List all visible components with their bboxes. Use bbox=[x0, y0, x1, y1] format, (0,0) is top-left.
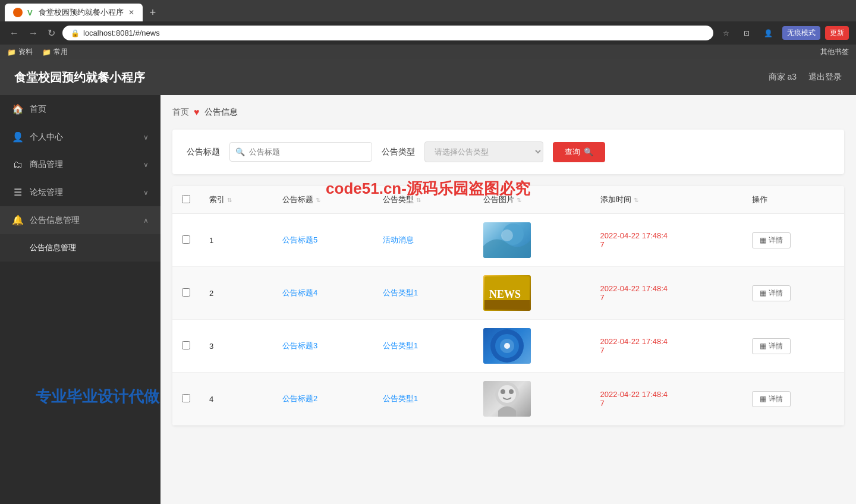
search-input-wrap: 🔍 bbox=[229, 142, 372, 162]
bookmark-item-resource[interactable]: 📁 资料 bbox=[7, 47, 33, 57]
update-button[interactable]: 更新 bbox=[825, 26, 849, 40]
row-checkbox[interactable] bbox=[182, 341, 190, 349]
sidebar-item-forum[interactable]: ☰ 论坛管理 ∨ bbox=[0, 178, 160, 206]
td-action: ▦ 详情 bbox=[742, 214, 844, 267]
home-icon: 🏠 bbox=[12, 103, 24, 115]
breadcrumb: 首页 ♥ 公告信息 bbox=[172, 107, 844, 118]
th-sort-title: 公告标题 ⇅ bbox=[282, 194, 320, 205]
url-bar[interactable]: 🔒 localhost:8081/#/news bbox=[62, 26, 713, 40]
no-trace-badge: 无痕模式 bbox=[782, 26, 820, 40]
sort-icon: ⇅ bbox=[634, 197, 638, 203]
notice-title-link[interactable]: 公告标题3 bbox=[282, 341, 317, 350]
sidebar-item-profile[interactable]: 👤 个人中心 ∨ bbox=[0, 123, 160, 151]
svg-point-1 bbox=[501, 229, 513, 241]
bookmark-item-common[interactable]: 📁 常用 bbox=[42, 47, 68, 57]
table-row: 2 公告标题4 公告类型1 NEWS bbox=[172, 267, 844, 320]
chevron-up-icon: ∧ bbox=[143, 216, 149, 225]
breadcrumb-current: 公告信息 bbox=[204, 107, 238, 118]
svg-point-12 bbox=[509, 389, 514, 394]
notice-title-link[interactable]: 公告标题2 bbox=[282, 394, 317, 403]
svg-point-10 bbox=[498, 385, 516, 403]
detail-icon: ▦ bbox=[760, 395, 766, 403]
notice-title-link[interactable]: 公告标题5 bbox=[282, 235, 317, 244]
tab-close-button[interactable]: ✕ bbox=[128, 8, 134, 17]
sidebar-label: 商品管理 bbox=[30, 159, 137, 170]
detail-button[interactable]: ▦ 详情 bbox=[752, 338, 791, 354]
app-title: 食堂校园预约就餐小程序 bbox=[14, 70, 145, 86]
search-icon: 🔍 bbox=[235, 147, 245, 156]
detail-button[interactable]: ▦ 详情 bbox=[752, 391, 791, 407]
star-icon[interactable]: ☆ bbox=[718, 27, 734, 39]
td-checkbox bbox=[172, 373, 200, 426]
notice-image bbox=[483, 381, 531, 417]
td-image bbox=[474, 373, 591, 426]
sidebar-item-notice[interactable]: 🔔 公告信息管理 ∧ bbox=[0, 206, 160, 234]
search-title-label: 公告标题 bbox=[187, 147, 220, 158]
bookmark-item-others[interactable]: 其他书签 bbox=[820, 47, 849, 57]
sidebar-item-home[interactable]: 🏠 首页 bbox=[0, 95, 160, 123]
search-type-label: 公告类型 bbox=[382, 147, 415, 158]
detail-button[interactable]: ▦ 详情 bbox=[752, 285, 791, 301]
new-tab-button[interactable]: + bbox=[145, 4, 161, 21]
breadcrumb-home[interactable]: 首页 bbox=[172, 107, 189, 118]
th-sort-image: 公告图片 ⇅ bbox=[483, 194, 521, 205]
notice-type-link[interactable]: 公告类型1 bbox=[383, 341, 418, 350]
td-title: 公告标题4 bbox=[273, 267, 373, 320]
select-all-checkbox[interactable] bbox=[182, 195, 190, 203]
row-checkbox[interactable] bbox=[182, 288, 190, 297]
notice-type-link[interactable]: 活动消息 bbox=[383, 235, 414, 244]
notice-title-link[interactable]: 公告标题4 bbox=[282, 288, 317, 297]
td-title: 公告标题2 bbox=[273, 373, 373, 426]
detail-button[interactable]: ▦ 详情 bbox=[752, 232, 791, 248]
detail-icon: ▦ bbox=[760, 236, 766, 244]
th-date: 添加时间 ⇅ bbox=[591, 186, 743, 214]
app-header: 食堂校园预约就餐小程序 商家 a3 退出登录 bbox=[0, 59, 856, 95]
td-checkbox bbox=[172, 214, 200, 267]
sidebar-item-goods[interactable]: 🗂 商品管理 ∨ bbox=[0, 151, 160, 178]
td-title: 公告标题3 bbox=[273, 320, 373, 373]
td-action: ▦ 详情 bbox=[742, 320, 844, 373]
sidebar-label: 公告信息管理 bbox=[30, 215, 137, 226]
list-icon: ☰ bbox=[12, 187, 24, 198]
search-title-input[interactable] bbox=[229, 142, 372, 162]
search-btn-icon: 🔍 bbox=[584, 147, 593, 156]
td-date: 2022-04-22 17:48:4 7 bbox=[591, 267, 743, 320]
table-row: 4 公告标题2 公告类型1 bbox=[172, 373, 844, 426]
row-checkbox[interactable] bbox=[182, 235, 190, 244]
td-image bbox=[474, 320, 591, 373]
lock-icon: 🔒 bbox=[71, 29, 80, 37]
sidebar-label: 首页 bbox=[30, 104, 149, 115]
td-checkbox bbox=[172, 267, 200, 320]
search-button[interactable]: 查询 🔍 bbox=[553, 142, 605, 162]
header-user: 商家 a3 bbox=[769, 72, 797, 83]
nav-forward-button[interactable]: → bbox=[26, 26, 40, 41]
th-title: 公告标题 ⇅ bbox=[273, 186, 373, 214]
sidebar: 🏠 首页 👤 个人中心 ∨ 🗂 商品管理 ∨ ☰ 论坛管理 ∨ 🔔 公告信息管理 bbox=[0, 95, 160, 504]
svg-rect-4 bbox=[484, 300, 530, 310]
browser-actions: ☆ ⊡ 👤 无痕模式 更新 bbox=[718, 26, 849, 40]
row-checkbox[interactable] bbox=[182, 394, 190, 402]
search-type-select[interactable]: 请选择公告类型 公告类型1 活动消息 bbox=[424, 141, 543, 162]
table-row: 3 公告标题3 公告类型1 bbox=[172, 320, 844, 373]
logout-button[interactable]: 退出登录 bbox=[808, 72, 842, 83]
th-index: 索引 ⇅ bbox=[200, 186, 273, 214]
nav-refresh-button[interactable]: ↻ bbox=[45, 25, 58, 41]
td-image: NEWS bbox=[474, 267, 591, 320]
sidebar-submenu-notice: 公告信息管理 bbox=[0, 234, 160, 262]
nav-back-button[interactable]: ← bbox=[7, 26, 21, 41]
sidebar-sub-label: 公告信息管理 bbox=[30, 242, 149, 253]
url-text: localhost:8081/#/news bbox=[83, 29, 160, 37]
tab-title: 食堂校园预约就餐小程序 bbox=[39, 7, 124, 18]
notice-type-link[interactable]: 公告类型1 bbox=[383, 288, 418, 297]
notice-type-link[interactable]: 公告类型1 bbox=[383, 394, 418, 403]
td-index: 4 bbox=[200, 373, 273, 426]
td-checkbox bbox=[172, 320, 200, 373]
bookmark-label: 其他书签 bbox=[820, 47, 849, 57]
active-tab[interactable]: V 食堂校园预约就餐小程序 ✕ bbox=[5, 4, 143, 21]
reader-icon[interactable]: ⊡ bbox=[739, 27, 754, 39]
bookmarks-bar: 📁 资料 📁 常用 其他书签 bbox=[0, 45, 856, 59]
app-wrapper: 食堂校园预约就餐小程序 商家 a3 退出登录 🏠 首页 👤 个人中心 ∨ 🗂 商… bbox=[0, 59, 856, 504]
profile-icon[interactable]: 👤 bbox=[759, 27, 778, 39]
table-wrap: 索引 ⇅ 公告标题 ⇅ bbox=[172, 186, 844, 426]
sidebar-item-notice-manage[interactable]: 公告信息管理 bbox=[0, 234, 160, 262]
